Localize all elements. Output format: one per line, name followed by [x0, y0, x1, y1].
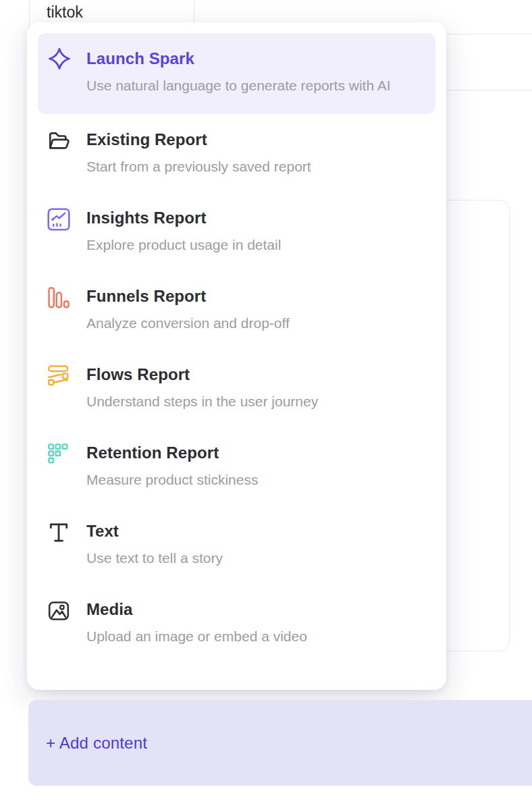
text-icon	[47, 521, 72, 544]
add-content-menu: Launch Spark Use natural language to gen…	[27, 22, 446, 690]
media-image-icon	[47, 599, 72, 622]
menu-item-flows-report[interactable]: Flows Report Understand steps in the use…	[38, 349, 435, 427]
menu-item-description: Explore product usage in detail	[86, 236, 425, 254]
background-table-column-border	[29, 0, 30, 30]
menu-item-title: Text	[86, 521, 425, 541]
background-table-row-border	[437, 34, 532, 34]
menu-item-title: Media	[86, 599, 425, 620]
menu-item-media[interactable]: Media Upload an image or embed a video	[38, 584, 435, 662]
menu-item-description: Analyze conversion and drop-off	[86, 314, 425, 333]
menu-item-text[interactable]: Text Use text to tell a story	[38, 506, 435, 584]
menu-item-description: Use natural language to generate reports…	[86, 76, 410, 95]
menu-item-retention-report[interactable]: Retention Report Measure product stickin…	[38, 427, 435, 506]
menu-item-description: Understand steps in the user journey	[86, 392, 425, 411]
menu-item-description: Start from a previously saved report	[86, 157, 425, 176]
menu-item-title: Funnels Report	[86, 286, 425, 306]
insights-chart-icon	[47, 208, 72, 231]
flows-icon	[47, 364, 72, 387]
menu-item-title: Retention Report	[86, 443, 425, 463]
menu-item-title: Existing Report	[86, 130, 425, 150]
add-content-label: + Add content	[46, 734, 147, 753]
menu-item-title: Launch Spark	[86, 49, 425, 69]
folder-open-icon	[47, 130, 72, 153]
background-table-cell: tiktok	[47, 3, 83, 22]
menu-item-description: Measure product stickiness	[86, 470, 425, 489]
menu-item-funnels-report[interactable]: Funnels Report Analyze conversion and dr…	[38, 271, 435, 349]
spark-icon	[47, 49, 72, 71]
funnel-bars-icon	[47, 286, 72, 309]
menu-item-description: Upload an image or embed a video	[86, 627, 425, 646]
background-table-row-border	[437, 90, 532, 90]
menu-item-description: Use text to tell a story	[86, 549, 425, 568]
add-content-button[interactable]: + Add content	[28, 700, 532, 786]
menu-item-title: Insights Report	[86, 208, 425, 228]
menu-item-insights-report[interactable]: Insights Report Explore product usage in…	[38, 192, 435, 271]
menu-item-existing-report[interactable]: Existing Report Start from a previously …	[38, 114, 435, 192]
menu-item-launch-spark[interactable]: Launch Spark Use natural language to gen…	[38, 33, 435, 114]
menu-item-title: Flows Report	[86, 364, 425, 385]
retention-grid-icon	[47, 443, 72, 466]
